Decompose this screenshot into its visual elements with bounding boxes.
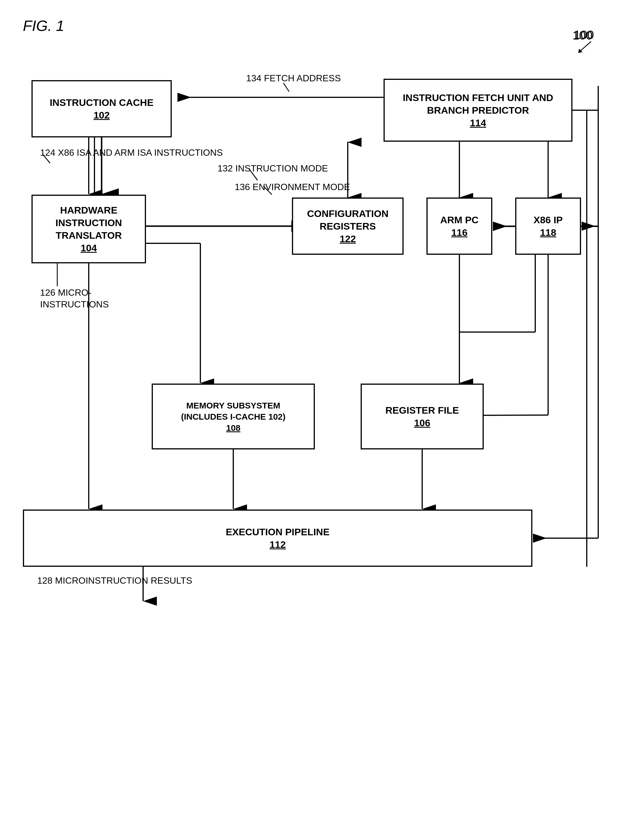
ifubp-number: 114: [470, 117, 486, 129]
arm-pc-number: 116: [451, 226, 468, 239]
execution-pipeline-number: 112: [269, 538, 286, 551]
hit-label: HARDWARE INSTRUCTION TRANSLATOR: [56, 204, 122, 242]
fetch-address-label: 134 FETCH ADDRESS: [246, 73, 341, 84]
instruction-mode-label: 132 INSTRUCTION MODE: [217, 163, 328, 174]
ref-100: 100: [574, 28, 594, 42]
memory-subsystem-number: 108: [226, 422, 240, 433]
config-reg-label: CONFIGURATION REGISTERS: [307, 207, 389, 232]
svg-line-5: [283, 83, 289, 92]
instruction-cache-label: INSTRUCTION CACHE: [50, 96, 154, 109]
execution-pipeline-box: EXECUTION PIPELINE 112: [23, 509, 532, 567]
instruction-cache-number: 102: [94, 109, 110, 121]
diagram: FIG. 1 100: [0, 0, 644, 839]
micro-instructions-label: 126 MICRO- INSTRUCTIONS: [40, 275, 109, 310]
register-file-label: REGISTER FILE: [386, 404, 459, 417]
x86-ip-label: X86 IP: [534, 213, 563, 226]
instruction-cache-box: INSTRUCTION CACHE 102: [31, 80, 172, 137]
arm-pc-label: ARM PC: [440, 213, 478, 226]
x86-ip-number: 118: [540, 226, 557, 239]
config-reg-box: CONFIGURATION REGISTERS 122: [292, 197, 404, 255]
ref-arrow-svg: [574, 40, 597, 54]
register-file-box: REGISTER FILE 106: [361, 384, 484, 450]
memory-subsystem-box: MEMORY SUBSYSTEM (INCLUDES I-CACHE 102) …: [152, 384, 315, 450]
environment-mode-label: 136 ENVIRONMENT MODE: [235, 182, 350, 192]
x86-ip-box: X86 IP 118: [515, 197, 581, 255]
arm-pc-box: ARM PC 116: [427, 197, 492, 255]
fig-label: FIG. 1: [23, 17, 64, 34]
ifubp-box: INSTRUCTION FETCH UNIT AND BRANCH PREDIC…: [384, 79, 572, 142]
ifubp-label: INSTRUCTION FETCH UNIT AND BRANCH PREDIC…: [403, 91, 553, 117]
microinstruction-results-label: 128 MICROINSTRUCTION RESULTS: [37, 575, 192, 586]
hit-box: HARDWARE INSTRUCTION TRANSLATOR 104: [31, 195, 146, 263]
memory-subsystem-label: MEMORY SUBSYSTEM (INCLUDES I-CACHE 102): [181, 400, 285, 422]
execution-pipeline-label: EXECUTION PIPELINE: [226, 525, 330, 538]
register-file-number: 106: [414, 417, 430, 429]
svg-line-43: [580, 41, 591, 51]
config-reg-number: 122: [340, 232, 356, 245]
x86-isa-label: 124 X86 ISA AND ARM ISA INSTRUCTIONS: [40, 148, 223, 158]
hit-number: 104: [81, 241, 97, 254]
